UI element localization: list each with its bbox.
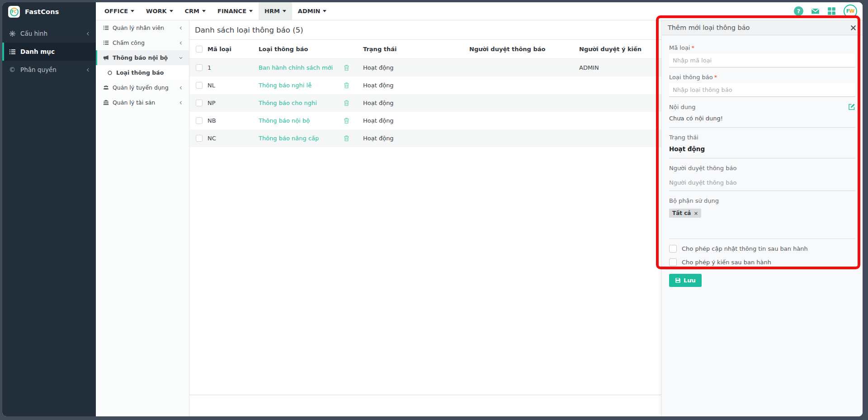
department-tag[interactable]: Tất cả: [669, 209, 701, 218]
users-icon: [103, 85, 109, 91]
required-asterisk: *: [714, 74, 717, 81]
required-asterisk: *: [691, 44, 694, 51]
brand-name: FastCons: [25, 8, 59, 15]
list-icon: [9, 48, 16, 55]
app-window: FC FastCons Cấu hình Danh mục © Phân quy…: [2, 2, 863, 416]
caret-down-icon: [323, 10, 326, 12]
sidebar-item-label: Phân quyền: [20, 66, 57, 73]
sidebar-item-cau-hinh[interactable]: Cấu hình: [2, 24, 96, 43]
row-checkbox[interactable]: [196, 135, 203, 142]
code-label: Mã loại*: [669, 44, 855, 51]
trash-icon[interactable]: [343, 117, 350, 124]
caret-down-icon: [131, 10, 134, 12]
cell-code: NB: [208, 117, 259, 124]
allow-update-label: Cho phép cập nhật thông tin sau ban hành: [682, 245, 808, 252]
caret-down-icon: [170, 10, 173, 12]
allow-update-row: Cho phép cập nhật thông tin sau ban hành: [669, 245, 855, 253]
content-label: Nội dung: [669, 104, 695, 110]
notification-type-link[interactable]: Thông báo nội bộ: [259, 117, 310, 124]
code-input[interactable]: [669, 54, 855, 67]
chevron-left-icon: [179, 26, 183, 30]
cell-code: NL: [208, 82, 259, 89]
form-divider: [669, 239, 855, 239]
approver-select[interactable]: Người duyệt thông báo: [669, 179, 855, 191]
notification-type-link[interactable]: Ban hành chính sách mới: [259, 64, 333, 71]
apps-grid-icon[interactable]: [827, 7, 836, 15]
fastcons-logo: FC: [8, 6, 20, 18]
save-button[interactable]: Lưu: [669, 274, 702, 287]
cell-status: Hoạt động: [363, 82, 469, 89]
notification-type-link[interactable]: Thông báo nghỉ lễ: [259, 82, 311, 89]
status-value[interactable]: Hoạt động: [669, 145, 855, 158]
caret-down-icon: [249, 10, 253, 12]
nav-work[interactable]: WORK: [140, 2, 179, 20]
copyright-icon: ©: [9, 67, 16, 73]
menu-quan-ly-nhan-vien[interactable]: Quản lý nhân viên: [96, 20, 189, 35]
approver-label: Người duyệt thông báo: [669, 165, 855, 172]
chevron-left-icon: [179, 41, 183, 45]
menu-quan-ly-tuyen-dung[interactable]: Quản lý tuyển dụng: [96, 80, 189, 95]
allow-feedback-label: Cho phép ý kiến sau ban hành: [682, 259, 771, 266]
cell-code: NP: [208, 100, 259, 106]
brand[interactable]: FC FastCons: [2, 2, 96, 21]
chevron-down-icon: [179, 56, 183, 60]
column-header-code: Mã loại: [208, 46, 259, 52]
row-checkbox[interactable]: [196, 117, 203, 124]
edit-content-icon[interactable]: [848, 103, 855, 110]
menu-cham-cong[interactable]: Chấm công: [96, 35, 189, 50]
column-header-approver-notify: Người duyệt thông báo: [469, 46, 579, 52]
content-empty-text: Chưa có nội dung!: [669, 115, 855, 128]
sidebar-item-phan-quyen[interactable]: © Phân quyền: [2, 61, 96, 79]
caret-down-icon: [202, 10, 206, 12]
avatar[interactable]: FW: [844, 5, 857, 18]
sidebar-item-danh-muc[interactable]: Danh mục: [2, 43, 96, 61]
list-icon: [103, 25, 109, 31]
megaphone-icon: [103, 55, 109, 61]
trash-icon[interactable]: [343, 82, 350, 89]
chevron-left-icon: [85, 67, 90, 72]
screen: FC FastCons Cấu hình Danh mục © Phân quy…: [0, 0, 868, 420]
notification-type-link[interactable]: Thông báo cho nghỉ: [259, 100, 317, 106]
notification-type-link[interactable]: Thông báo nâng cấp: [259, 135, 319, 142]
question-circle-icon[interactable]: ?: [794, 6, 803, 16]
column-header-type: Loại thông báo: [259, 46, 363, 52]
row-checkbox[interactable]: [196, 64, 203, 71]
menu-quan-ly-tai-san[interactable]: Quản lý tài sản: [96, 95, 189, 110]
add-notification-type-panel: Thêm mới loại thông báo Mã loại* Loại th…: [661, 20, 863, 416]
trash-icon[interactable]: [343, 100, 350, 106]
remove-tag-icon[interactable]: [694, 211, 698, 215]
nav-admin[interactable]: ADMIN: [292, 2, 333, 20]
mail-icon[interactable]: [811, 7, 820, 15]
trash-icon[interactable]: [343, 64, 350, 71]
sidebar: FC FastCons Cấu hình Danh mục © Phân quy…: [2, 2, 96, 416]
type-label: Loại thông báo*: [669, 74, 855, 81]
row-checkbox[interactable]: [196, 82, 203, 89]
bank-icon: [103, 100, 109, 105]
allow-update-checkbox[interactable]: [669, 245, 677, 253]
chevron-left-icon: [179, 86, 183, 90]
menu-loai-thong-bao[interactable]: Loại thông báo: [96, 65, 189, 80]
module-menu: Quản lý nhân viên Chấm công Thông báo nộ…: [96, 20, 189, 416]
menu-item-label: Quản lý tuyển dụng: [113, 84, 169, 91]
save-icon: [675, 277, 681, 283]
nav-crm[interactable]: CRM: [179, 2, 212, 20]
nav-hrm[interactable]: HRM: [259, 2, 292, 20]
nav-office[interactable]: OFFICE: [99, 2, 140, 20]
menu-item-label: Quản lý nhân viên: [113, 24, 164, 31]
chevron-left-icon: [85, 31, 90, 36]
menu-thong-bao-noi-bo[interactable]: Thông báo nội bộ: [96, 50, 189, 65]
trash-icon[interactable]: [343, 135, 350, 142]
sidebar-item-label: Danh mục: [20, 48, 55, 55]
allow-feedback-checkbox[interactable]: [669, 258, 677, 266]
close-icon[interactable]: [850, 24, 857, 31]
gear-icon: [9, 30, 16, 37]
column-header-status: Trạng thái: [363, 46, 469, 52]
chevron-left-icon: [179, 100, 183, 105]
select-all-checkbox[interactable]: [196, 46, 203, 52]
department-label: Bộ phận sử dụng: [669, 197, 855, 204]
menu-item-label: Thông báo nội bộ: [113, 54, 168, 61]
cell-status: Hoạt động: [363, 100, 469, 106]
type-input[interactable]: [669, 83, 855, 97]
nav-finance[interactable]: FINANCE: [212, 2, 259, 20]
row-checkbox[interactable]: [196, 100, 203, 106]
